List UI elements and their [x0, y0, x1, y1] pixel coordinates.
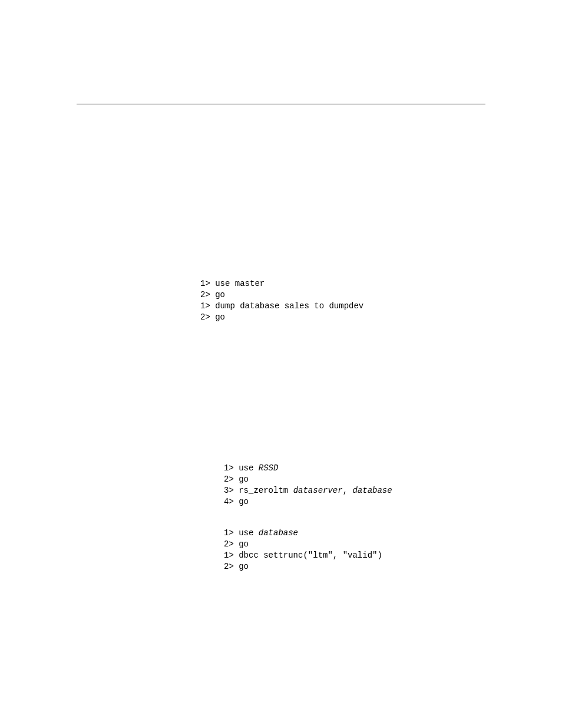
- code-line: 2> go: [224, 562, 249, 571]
- code-line: 1> dump database sales to dumpdev: [200, 301, 363, 311]
- code-line-part: 1> use: [224, 463, 259, 473]
- code-block-1: 1> use master 2> go 1> dump database sal…: [200, 278, 471, 323]
- header-rule: [77, 104, 485, 104]
- code-line-part: 3> rs_zeroltm: [224, 486, 293, 495]
- code-line: 1> dbcc settrunc("ltm", "valid"): [224, 551, 382, 560]
- code-line: 2> go: [224, 539, 249, 549]
- code-line-part: 1> use: [224, 528, 259, 538]
- code-block-2: 1> use RSSD 2> go 3> rs_zeroltm dataserv…: [224, 463, 495, 508]
- code-italic: RSSD: [259, 463, 279, 473]
- code-italic: database: [259, 528, 298, 538]
- code-line: 1> use master: [200, 279, 265, 288]
- code-line: 2> go: [200, 290, 225, 299]
- code-line-part: ,: [343, 486, 353, 495]
- code-line: 4> go: [224, 497, 249, 506]
- code-line: 2> go: [224, 475, 249, 484]
- code-italic: dataserver: [293, 486, 343, 495]
- document-page: 1> use master 2> go 1> dump database sal…: [0, 0, 562, 728]
- code-italic: database: [352, 486, 392, 495]
- code-block-3: 1> use database 2> go 1> dbcc settrunc("…: [224, 528, 495, 572]
- code-line: 2> go: [200, 312, 225, 322]
